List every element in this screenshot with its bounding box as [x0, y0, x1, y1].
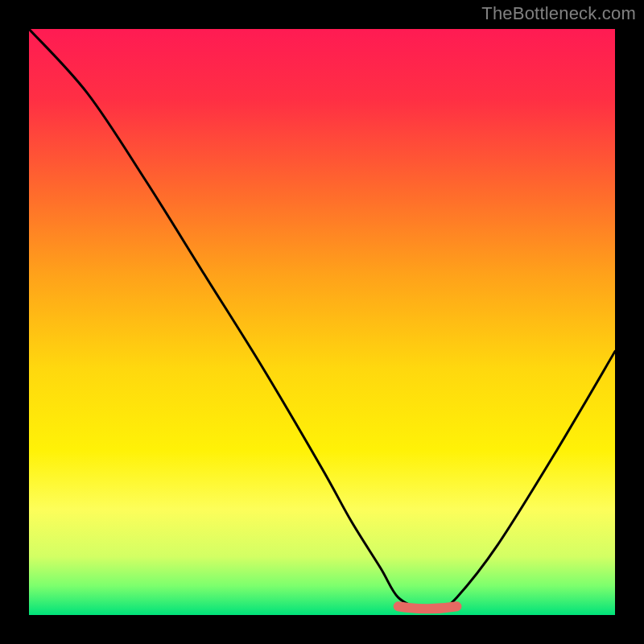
- plot-area: [29, 29, 615, 615]
- gradient-background: [29, 29, 615, 615]
- chart-container: TheBottleneck.com: [0, 0, 644, 644]
- bottleneck-chart: [29, 29, 615, 615]
- sweet-spot-marker: [398, 606, 457, 609]
- watermark-text: TheBottleneck.com: [481, 3, 636, 24]
